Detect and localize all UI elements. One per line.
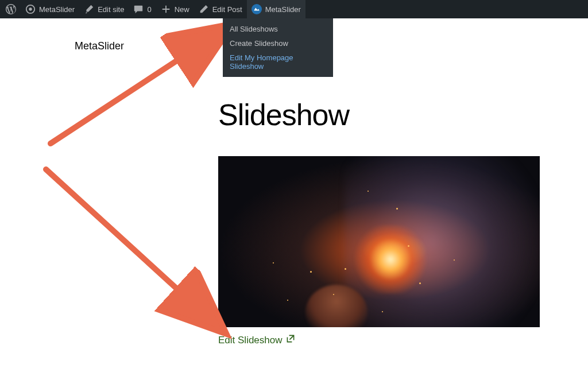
comment-count: 0 <box>147 5 151 14</box>
edit-site-item[interactable]: Edit site <box>79 0 129 18</box>
metaslider-icon <box>252 4 262 14</box>
new-label: New <box>175 5 189 14</box>
dropdown-all-slideshows[interactable]: All Slideshows <box>223 22 333 36</box>
brush-icon <box>84 4 94 14</box>
wordpress-icon <box>6 4 16 14</box>
site-name-item[interactable]: MetaSlider <box>21 0 79 18</box>
pencil-icon <box>199 4 209 14</box>
wp-admin-bar: MetaSlider Edit site 0 New Edit Post Met… <box>0 0 588 18</box>
site-name-label: MetaSlider <box>39 5 75 14</box>
edit-slideshow-link[interactable]: Edit Slideshow <box>218 334 295 346</box>
new-content-item[interactable]: New <box>156 0 194 18</box>
metaslider-dropdown: All Slideshows Create Slideshow Edit My … <box>223 18 333 77</box>
dropdown-edit-homepage-slideshow[interactable]: Edit My Homepage Slideshow <box>223 51 333 73</box>
edit-site-label: Edit site <box>98 5 124 14</box>
slideshow-preview-image <box>218 156 540 327</box>
edit-slideshow-label: Edit Slideshow <box>218 335 283 346</box>
plus-icon <box>161 4 171 14</box>
edit-post-item[interactable]: Edit Post <box>194 0 247 18</box>
metaslider-menu-item[interactable]: MetaSlider <box>247 0 305 18</box>
dropdown-create-slideshow[interactable]: Create Slideshow <box>223 36 333 51</box>
page-label: MetaSlider <box>75 40 124 52</box>
svg-line-1 <box>51 36 214 144</box>
comments-item[interactable]: 0 <box>129 0 156 18</box>
comment-icon <box>133 4 144 14</box>
dashboard-icon <box>25 4 36 14</box>
metaslider-label: MetaSlider <box>265 5 301 14</box>
wp-logo[interactable] <box>1 0 21 18</box>
external-link-icon <box>286 334 295 346</box>
edit-post-label: Edit Post <box>212 5 242 14</box>
content-title: Slideshow <box>218 98 540 132</box>
svg-line-2 <box>46 169 210 319</box>
page-content: Slideshow Edit Slideshow <box>218 98 540 346</box>
